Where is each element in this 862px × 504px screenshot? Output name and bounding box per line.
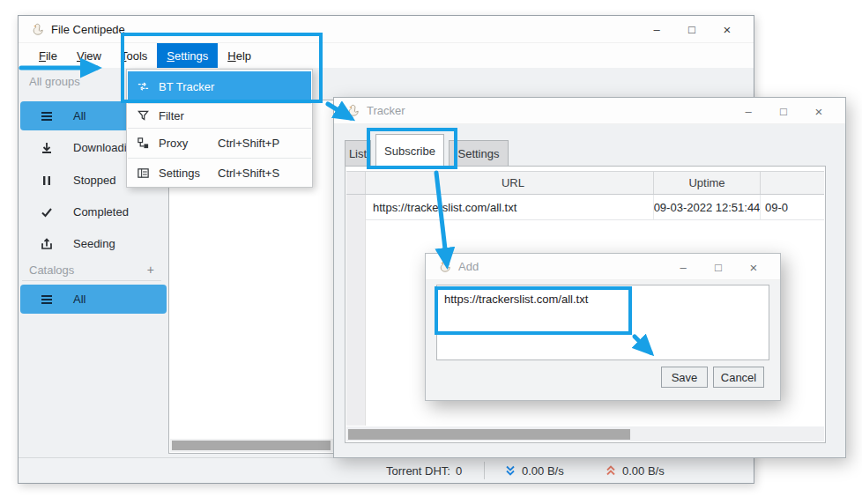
- main-window-controls: – □ ×: [639, 16, 745, 43]
- row-number-column: [346, 195, 366, 426]
- url-cell: https://trackerslist.com/all.txt: [366, 195, 654, 219]
- tracker-horizontal-scrollbar[interactable]: [346, 426, 824, 441]
- tab-list[interactable]: List: [345, 140, 371, 167]
- download-speed: 0.00 B/s: [504, 458, 564, 483]
- catalogs-label: Catalogs: [29, 263, 74, 277]
- upload-speed: 0.00 B/s: [605, 458, 665, 483]
- download-icon: [40, 141, 54, 155]
- settings-dropdown-menu: BT Tracker Filter Proxy Ctrl+Shift+P Set…: [126, 69, 313, 188]
- menu-item-label: BT Tracker: [159, 80, 214, 93]
- app-icon: [31, 23, 44, 36]
- add-dialog-window-controls: – □ ×: [665, 254, 771, 281]
- tracker-tabs: List Subscribe Settings: [345, 133, 513, 167]
- sidebar-item-seeding[interactable]: Seeding: [20, 229, 167, 258]
- tracker-window-controls: – □ ×: [731, 98, 836, 125]
- maximize-icon[interactable]: □: [701, 261, 736, 274]
- maximize-icon[interactable]: □: [766, 105, 801, 118]
- scrollbar-thumb[interactable]: [172, 441, 331, 450]
- sidebar-divider: [22, 280, 161, 281]
- add-dialog-titlebar: Add – □ ×: [426, 254, 780, 280]
- download-speed-value: 0.00 B/s: [522, 464, 564, 478]
- menu-bar: File View Tools Settings Help: [19, 43, 754, 68]
- tracker-title: Tracker: [367, 104, 405, 117]
- dht-status: Torrent DHT: 0: [386, 458, 462, 483]
- column-header-clipped: [761, 172, 824, 194]
- main-titlebar: File Centipede – □ ×: [19, 16, 754, 43]
- menu-item-filter[interactable]: Filter: [128, 103, 311, 128]
- column-header-url[interactable]: URL: [366, 172, 654, 194]
- tab-subscribe[interactable]: Subscribe: [375, 134, 444, 167]
- menu-view[interactable]: View: [67, 43, 111, 68]
- sidebar-item-label: Seeding: [73, 237, 115, 250]
- column-header-uptime[interactable]: Uptime: [654, 172, 761, 194]
- close-icon[interactable]: ×: [710, 22, 745, 37]
- sidebar-item-label: Completed: [73, 205, 129, 219]
- sidebar-catalog-item-all[interactable]: All: [20, 285, 167, 314]
- sidebar-item-completed[interactable]: Completed: [20, 197, 167, 226]
- table-row[interactable]: 1 https://trackerslist.com/all.txt 09-03…: [346, 195, 824, 220]
- maximize-icon[interactable]: □: [674, 23, 710, 36]
- close-icon[interactable]: ×: [736, 260, 771, 275]
- app-title: File Centipede: [51, 23, 125, 36]
- scrollbar-thumb[interactable]: [348, 429, 630, 440]
- status-bar: Torrent DHT: 0 0.00 B/s 0.00 B/s: [19, 457, 754, 483]
- sidebar-item-label: All: [73, 109, 85, 122]
- catalogs-section: Catalogs +: [20, 260, 167, 279]
- menu-item-label: Settings: [159, 167, 200, 180]
- minimize-icon[interactable]: –: [639, 23, 674, 36]
- table-header: URL Uptime: [346, 171, 824, 195]
- add-dialog-title: Add: [458, 260, 479, 273]
- add-catalog-button[interactable]: +: [147, 263, 154, 277]
- minimize-icon[interactable]: –: [665, 261, 701, 274]
- menu-item-label: Filter: [159, 109, 184, 122]
- menu-item-shortcut: Ctrl+Shift+P: [218, 137, 279, 150]
- status-divider: [484, 462, 485, 479]
- menu-item-label: Proxy: [159, 137, 188, 150]
- menu-item-shortcut: Ctrl+Shift+S: [218, 167, 279, 180]
- column-header-num: [346, 172, 366, 194]
- upload-icon: [40, 237, 54, 251]
- uptime-cell: 09-03-2022 12:51:44: [654, 195, 761, 219]
- menu-item-proxy[interactable]: Proxy Ctrl+Shift+P: [128, 128, 311, 158]
- menu-lines-icon: [40, 293, 54, 307]
- menu-file[interactable]: File: [29, 43, 67, 68]
- menu-item-bt-tracker[interactable]: BT Tracker: [128, 71, 311, 101]
- menu-help[interactable]: Help: [218, 43, 261, 68]
- app-icon: [346, 104, 360, 117]
- clipped-cell: 09-0: [761, 195, 824, 219]
- settings-form-icon: [137, 167, 150, 180]
- save-button[interactable]: Save: [661, 367, 708, 388]
- dht-value: 0: [456, 464, 462, 478]
- cancel-button[interactable]: Cancel: [713, 367, 764, 388]
- double-down-chevron-icon: [504, 464, 516, 477]
- filter-funnel-icon: [137, 109, 150, 122]
- menu-tools[interactable]: Tools: [111, 43, 157, 68]
- sidebar-item-label: Stopped: [73, 174, 115, 187]
- double-up-chevron-icon: [605, 464, 617, 477]
- close-icon[interactable]: ×: [801, 104, 836, 119]
- screenshot-canvas: File Centipede – □ × File View Tools Set…: [0, 0, 862, 504]
- sidebar-item-label: All: [73, 293, 85, 306]
- proxy-network-icon: [137, 137, 150, 150]
- check-icon: [40, 205, 54, 219]
- dht-label: Torrent DHT:: [386, 464, 450, 478]
- menu-settings[interactable]: Settings: [157, 43, 218, 68]
- menu-lines-icon: [40, 109, 54, 123]
- tracker-url-input[interactable]: https://trackerslist.com/all.txt: [436, 285, 769, 360]
- tracker-swap-arrows-icon: [137, 80, 150, 93]
- menu-item-settings[interactable]: Settings Ctrl+Shift+S: [128, 158, 311, 188]
- minimize-icon[interactable]: –: [731, 105, 766, 118]
- add-dialog: Add – □ × https://trackerslist.com/all.t…: [425, 253, 781, 401]
- upload-speed-value: 0.00 B/s: [622, 464, 665, 478]
- tab-settings[interactable]: Settings: [449, 140, 509, 167]
- tracker-titlebar: Tracker – □ ×: [334, 98, 845, 124]
- pause-icon: [40, 174, 54, 188]
- app-icon: [438, 260, 451, 273]
